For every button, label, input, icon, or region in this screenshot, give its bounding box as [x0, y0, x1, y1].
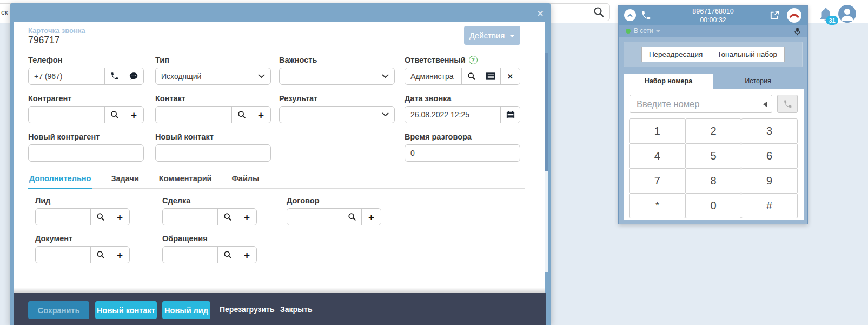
contract-input[interactable]: [287, 209, 342, 225]
counterparty-field-group: +: [28, 106, 144, 123]
close-icon[interactable]: ×: [535, 8, 546, 19]
appeals-field-group: +: [162, 246, 257, 263]
phone-input[interactable]: [29, 68, 104, 84]
new-contact-input[interactable]: [155, 144, 271, 162]
search-icon[interactable]: [593, 6, 605, 18]
new-counterparty-input[interactable]: [28, 144, 144, 162]
close-link[interactable]: Закрыть: [280, 305, 313, 314]
document-input[interactable]: [36, 247, 90, 263]
online-status-dot: [626, 29, 631, 34]
add-icon[interactable]: +: [124, 107, 143, 123]
tab-tasks[interactable]: Задачи: [110, 171, 140, 188]
save-button[interactable]: Сохранить: [28, 301, 89, 319]
call-controls-group: Переадресация Тональный набор: [624, 42, 803, 67]
new-contact-button[interactable]: Новый контакт: [95, 301, 157, 319]
key-0[interactable]: 0: [685, 193, 742, 218]
tab-history[interactable]: История: [713, 74, 803, 89]
dial-number-input[interactable]: [630, 95, 772, 113]
new-counterparty-label: Новый контрагент: [28, 132, 144, 141]
chevron-down-icon: [382, 74, 389, 78]
search-icon[interactable]: [231, 107, 251, 123]
contact-input[interactable]: [156, 107, 231, 123]
forward-button[interactable]: Переадресация: [641, 47, 710, 62]
backspace-icon[interactable]: [763, 102, 767, 107]
external-link-icon[interactable]: [769, 10, 779, 21]
status-dropdown[interactable]: В сети: [634, 27, 660, 35]
deal-field-group: +: [162, 208, 257, 225]
call-date-input[interactable]: [405, 107, 500, 123]
avatar[interactable]: [838, 5, 856, 23]
add-icon[interactable]: +: [251, 107, 270, 123]
reload-link[interactable]: Перезагрузить: [220, 305, 275, 314]
contact-field-group: +: [155, 106, 271, 123]
contract-label: Договор: [287, 196, 381, 205]
key-3[interactable]: 3: [741, 118, 798, 144]
list-details-icon[interactable]: [481, 68, 500, 84]
key-9[interactable]: 9: [741, 168, 798, 194]
call-card-modal: × Карточка звонка 796717 Действия Телефо…: [10, 3, 551, 325]
search-icon[interactable]: [342, 209, 361, 225]
call-icon[interactable]: [104, 68, 124, 84]
phone-field-group: [28, 68, 144, 85]
counterparty-label: Контрагент: [28, 94, 144, 103]
hangup-button[interactable]: [787, 8, 801, 23]
key-hash[interactable]: #: [741, 193, 798, 218]
add-icon[interactable]: +: [361, 209, 381, 225]
key-8[interactable]: 8: [685, 168, 742, 194]
add-icon[interactable]: +: [110, 209, 129, 225]
add-icon[interactable]: +: [110, 247, 129, 263]
lead-label: Лид: [35, 196, 130, 205]
document-label: Документ: [35, 234, 130, 243]
chevron-down-icon: [258, 74, 265, 78]
key-5[interactable]: 5: [685, 143, 742, 169]
actions-button[interactable]: Действия: [464, 26, 520, 45]
notifications-badge: 31: [826, 16, 838, 25]
search-icon[interactable]: [217, 209, 237, 225]
clear-icon[interactable]: ✕: [500, 68, 520, 84]
key-star[interactable]: *: [629, 193, 686, 218]
tab-dial[interactable]: Набор номера: [624, 74, 713, 89]
key-4[interactable]: 4: [629, 143, 686, 169]
softphone-panel: 89671768010 00:00:32 В сети Переадресаци…: [618, 5, 808, 224]
sms-chat-icon[interactable]: [124, 68, 143, 84]
key-6[interactable]: 6: [741, 143, 798, 169]
tab-files[interactable]: Файлы: [230, 171, 260, 188]
search-icon[interactable]: [90, 247, 110, 263]
key-1[interactable]: 1: [629, 118, 686, 144]
new-lead-button[interactable]: Новый лид: [162, 301, 210, 319]
new-contact-label: Новый контакт: [155, 132, 271, 141]
responsible-field-group: ✕: [405, 68, 520, 85]
add-icon[interactable]: +: [237, 247, 256, 263]
tab-additional[interactable]: Дополнительно: [28, 171, 92, 189]
calendar-icon[interactable]: [500, 107, 520, 123]
appeals-input[interactable]: [163, 247, 217, 263]
search-icon[interactable]: [90, 209, 110, 225]
add-icon[interactable]: +: [237, 209, 256, 225]
responsible-label: Ответственный?: [405, 56, 520, 64]
key-2[interactable]: 2: [685, 118, 742, 144]
modal-footer: Сохранить Новый контакт Новый лид Переза…: [14, 293, 546, 325]
importance-label: Важность: [279, 56, 395, 64]
help-icon[interactable]: ?: [469, 56, 478, 64]
deal-input[interactable]: [163, 209, 217, 225]
counterparty-input[interactable]: [29, 107, 104, 123]
search-icon[interactable]: [104, 107, 124, 123]
softphone-status-bar: В сети: [619, 25, 807, 37]
dial-call-button[interactable]: [777, 95, 798, 113]
lead-input[interactable]: [36, 209, 90, 225]
talk-time-label: Время разговора: [405, 132, 520, 141]
search-icon[interactable]: [217, 247, 237, 263]
microphone-icon[interactable]: [793, 27, 801, 36]
appeals-label: Обращения: [162, 234, 257, 243]
importance-select[interactable]: [279, 68, 395, 85]
dtmf-button[interactable]: Тональный набор: [710, 47, 785, 62]
dialer-card: 1 2 3 4 5 6 7 8 9 * 0 #: [624, 89, 804, 220]
type-select[interactable]: Исходящий: [155, 68, 271, 85]
search-icon[interactable]: [461, 68, 481, 84]
talk-time-input[interactable]: [405, 144, 520, 162]
responsible-input[interactable]: [405, 68, 461, 84]
key-7[interactable]: 7: [629, 168, 686, 194]
result-select[interactable]: [279, 106, 395, 123]
document-field-group: +: [35, 246, 130, 263]
tab-comment[interactable]: Комментарий: [158, 171, 213, 188]
